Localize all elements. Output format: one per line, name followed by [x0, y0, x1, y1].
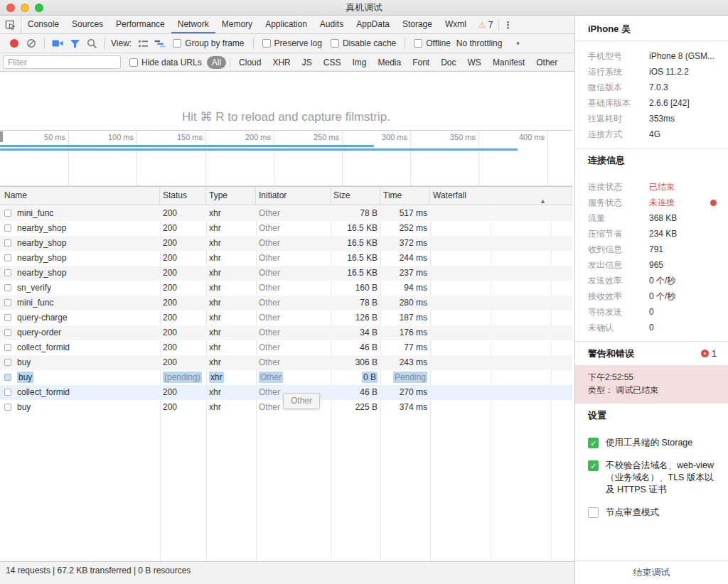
more-options-button[interactable]: ⋮ — [499, 16, 516, 33]
request-row[interactable]: sn_verify200xhrOther160 B94 ms — [0, 281, 572, 296]
filter-button[interactable] — [66, 36, 83, 51]
filter-chip-other[interactable]: Other — [531, 56, 562, 69]
filter-chip-cloud[interactable]: Cloud — [234, 56, 266, 69]
timeline-tick-label: 50 ms — [0, 133, 65, 141]
tab-audits[interactable]: Audits — [314, 16, 350, 33]
tab-performance[interactable]: Performance — [109, 16, 171, 33]
request-row[interactable]: nearby_shop200xhrOther16.5 KB252 ms — [0, 221, 572, 236]
filter-chip-ws[interactable]: WS — [463, 56, 486, 69]
column-header-waterfall[interactable]: Waterfall▲ — [430, 187, 572, 205]
filter-chip-css[interactable]: CSS — [318, 56, 346, 69]
column-header-time[interactable]: Time — [380, 187, 430, 205]
row-checkbox[interactable] — [4, 359, 11, 366]
filter-chip-img[interactable]: Img — [347, 56, 371, 69]
group-by-frame-checkbox[interactable]: Group by frame — [173, 38, 244, 48]
console-warning-counter[interactable]: ⚠ 7 — [473, 16, 498, 33]
row-checkbox[interactable] — [4, 254, 11, 261]
request-row[interactable]: buy(pending)xhrOther0 BPending — [0, 370, 572, 385]
tab-memory[interactable]: Memory — [215, 16, 259, 33]
setting-item[interactable]: ✓使用工具端的 Storage — [588, 437, 718, 449]
inspect-element-button[interactable] — [0, 16, 21, 33]
tab-sources[interactable]: Sources — [65, 16, 109, 33]
filter-chip-manifest[interactable]: Manifest — [488, 56, 530, 69]
filmstrip-button[interactable] — [49, 36, 66, 51]
end-debug-button[interactable]: 结束调试 — [575, 561, 728, 584]
zoom-window-button[interactable] — [35, 4, 43, 12]
request-initiator-cell: Other — [256, 236, 331, 251]
minimize-window-button[interactable] — [21, 4, 29, 12]
tab-network[interactable]: Network — [171, 16, 215, 33]
filter-chip-all[interactable]: All — [207, 56, 226, 69]
request-size-cell: 225 B — [331, 400, 380, 415]
filter-chip-xhr[interactable]: XHR — [267, 56, 295, 69]
unchecked-checkbox-icon[interactable] — [588, 507, 599, 518]
overview-activity-line — [0, 145, 374, 147]
checked-checkbox-icon[interactable]: ✓ — [588, 460, 599, 471]
column-header-name[interactable]: Name — [0, 187, 160, 205]
view-waterfall-button[interactable] — [151, 36, 168, 51]
tab-application[interactable]: Application — [259, 16, 314, 33]
filter-chip-js[interactable]: JS — [297, 56, 317, 69]
disable-cache-checkbox[interactable]: Disable cache — [331, 38, 396, 48]
row-checkbox[interactable] — [4, 404, 11, 411]
record-button[interactable] — [6, 36, 23, 51]
clear-button[interactable] — [23, 36, 40, 51]
setting-label: 不校验合法域名、web-view（业务域名）、TLS 版本以及 HTTPS 证书 — [606, 460, 718, 496]
search-icon — [87, 38, 97, 49]
row-checkbox[interactable] — [4, 314, 11, 321]
throttling-value: No throttling — [456, 38, 503, 48]
info-value: 2.6.6 [242] — [649, 95, 690, 111]
request-row[interactable]: query-order200xhrOther34 B176 ms — [0, 325, 572, 340]
request-row[interactable]: mini_func200xhrOther78 B517 ms — [0, 206, 572, 221]
filter-chip-doc[interactable]: Doc — [436, 56, 461, 69]
row-checkbox[interactable] — [4, 329, 11, 336]
column-header-size[interactable]: Size — [331, 187, 380, 205]
preserve-log-checkbox[interactable]: Preserve log — [262, 38, 322, 48]
timeline-tick-label: 400 ms — [479, 133, 545, 141]
filter-input[interactable] — [3, 55, 121, 69]
timeline-overview[interactable]: 50 ms100 ms150 ms200 ms250 ms300 ms350 m… — [0, 130, 572, 186]
row-checkbox[interactable] — [4, 225, 11, 232]
tab-appdata[interactable]: AppData — [350, 16, 396, 33]
request-row[interactable]: collect_formid200xhrOther46 B77 ms — [0, 340, 572, 355]
highlighted-text: 0 B — [362, 372, 378, 383]
row-checkbox[interactable] — [4, 269, 11, 276]
filter-chip-font[interactable]: Font — [407, 56, 434, 69]
offline-checkbox[interactable]: Offline — [414, 38, 450, 48]
close-window-button[interactable] — [6, 4, 15, 12]
setting-item[interactable]: ✓不校验合法域名、web-view（业务域名）、TLS 版本以及 HTTPS 证… — [588, 460, 718, 496]
search-button[interactable] — [83, 36, 100, 51]
request-row[interactable]: nearby_shop200xhrOther16.5 KB237 ms — [0, 266, 572, 281]
filter-chip-media[interactable]: Media — [373, 56, 406, 69]
throttling-select[interactable]: No throttling ▼ — [456, 38, 521, 48]
column-header-status[interactable]: Status — [160, 187, 206, 205]
checked-checkbox-icon[interactable]: ✓ — [588, 438, 599, 448]
request-row[interactable]: mini_func200xhrOther78 B280 ms — [0, 296, 572, 310]
tab-storage[interactable]: Storage — [396, 16, 439, 33]
request-time-cell: 187 ms — [380, 310, 430, 325]
connection-section-title: 连接信息 — [588, 148, 625, 173]
connection-info-row: 压缩节省234 KB — [588, 226, 718, 242]
highlighted-text: buy — [17, 372, 33, 383]
row-checkbox[interactable] — [4, 344, 11, 351]
error-icon — [701, 350, 709, 357]
request-row[interactable]: buy200xhrOther306 B243 ms — [0, 355, 572, 370]
view-list-button[interactable] — [134, 36, 151, 51]
row-checkbox[interactable] — [4, 374, 11, 381]
hide-data-urls-checkbox[interactable]: Hide data URLs — [129, 58, 202, 67]
row-checkbox[interactable] — [4, 239, 11, 247]
setting-item[interactable]: 节点审查模式 — [588, 507, 718, 519]
tab-wxml[interactable]: Wxml — [439, 16, 473, 33]
row-checkbox[interactable] — [4, 389, 11, 396]
row-checkbox[interactable] — [4, 284, 11, 291]
request-row[interactable]: nearby_shop200xhrOther16.5 KB244 ms — [0, 251, 572, 266]
tab-console[interactable]: Console — [21, 16, 65, 33]
request-type-cell: xhr — [206, 340, 256, 355]
row-checkbox[interactable] — [4, 299, 11, 306]
column-header-type[interactable]: Type — [206, 187, 256, 205]
row-checkbox[interactable] — [4, 210, 11, 217]
request-row[interactable]: nearby_shop200xhrOther16.5 KB372 ms — [0, 236, 572, 251]
column-header-initiator[interactable]: Initiator — [256, 187, 331, 205]
request-row[interactable]: query-charge200xhrOther126 B187 ms — [0, 310, 572, 325]
window-title: 真机调试 — [0, 0, 728, 16]
